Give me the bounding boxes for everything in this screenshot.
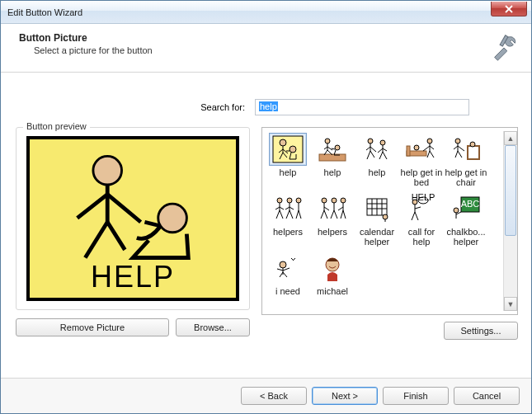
scroll-up-icon[interactable]: ▲: [504, 131, 517, 145]
tools-icon: [488, 32, 520, 64]
picture-item[interactable]: help: [266, 133, 309, 187]
svg-point-22: [332, 198, 337, 203]
picture-caption: helpers: [318, 227, 347, 237]
picture-item[interactable]: calendar helper: [355, 192, 398, 247]
picture-thumb-icon: [447, 133, 485, 166]
picture-thumb-icon: [358, 192, 396, 225]
svg-point-9: [368, 139, 373, 143]
browse-button[interactable]: Browse...: [176, 318, 250, 336]
picture-thumb-icon: [269, 133, 307, 166]
picture-caption: call for help: [400, 227, 443, 247]
picture-thumb-icon: [313, 133, 351, 166]
scroll-thumb[interactable]: [505, 145, 516, 236]
svg-point-23: [341, 198, 346, 203]
picture-caption: help get in chair: [445, 167, 487, 187]
picture-thumb-icon: [269, 192, 307, 225]
picture-thumb-icon: HELP: [403, 192, 440, 225]
svg-point-2: [158, 204, 187, 233]
picture-item[interactable]: i need: [266, 252, 309, 296]
svg-point-25: [383, 214, 388, 219]
preview-group: Button preview HELP: [16, 127, 250, 310]
picture-item[interactable]: help get in bed: [400, 133, 443, 187]
svg-point-13: [427, 139, 432, 143]
picture-caption: help: [280, 167, 297, 177]
preview-legend: Button preview: [23, 121, 90, 131]
picture-item[interactable]: help: [355, 133, 398, 187]
wizard-header: Button Picture Select a picture for the …: [1, 24, 531, 73]
finish-button[interactable]: Finish: [383, 387, 449, 405]
picture-thumb-icon: ABC: [447, 192, 485, 225]
picture-item[interactable]: ABCchalkbo... helper: [445, 192, 487, 247]
help-illustration-icon: [30, 144, 236, 268]
svg-point-31: [280, 261, 286, 268]
picture-item[interactable]: help get in chair: [445, 133, 487, 187]
button-preview: HELP: [26, 136, 239, 301]
svg-rect-6: [319, 154, 346, 161]
titlebar[interactable]: Edit Button Wizard: [1, 1, 531, 24]
picture-item[interactable]: HELPcall for help: [400, 192, 443, 247]
svg-text:ABC: ABC: [461, 199, 480, 209]
svg-point-14: [414, 145, 419, 150]
picture-caption: calendar helper: [355, 227, 398, 247]
picture-thumb-icon: [269, 252, 307, 285]
picture-caption: michael: [317, 286, 348, 296]
back-button[interactable]: < Back: [241, 387, 307, 405]
svg-point-16: [455, 139, 460, 143]
cancel-button[interactable]: Cancel: [454, 387, 520, 405]
svg-point-30: [454, 208, 459, 213]
search-label: Search for:: [181, 102, 255, 112]
svg-point-20: [296, 198, 301, 203]
header-subtitle: Select a picture for the button: [34, 45, 488, 55]
window-title: Edit Button Wizard: [7, 7, 82, 17]
picture-caption: i need: [275, 286, 300, 296]
picture-caption: helpers: [273, 227, 303, 237]
remove-picture-button[interactable]: Remove Picture: [16, 318, 169, 336]
picture-caption: help get in bed: [400, 167, 443, 187]
picture-grid: helphelphelphelp get in bedhelp get in c…: [261, 127, 518, 315]
picture-caption: chalkbo... helper: [445, 227, 487, 247]
header-title: Button Picture: [19, 32, 488, 44]
next-button[interactable]: Next >: [312, 387, 378, 405]
grid-scrollbar[interactable]: ▲ ▼: [503, 131, 517, 311]
svg-point-19: [287, 198, 292, 203]
picture-item[interactable]: help: [311, 133, 354, 187]
svg-point-4: [280, 139, 286, 146]
picture-thumb-icon: [358, 133, 396, 166]
svg-point-7: [325, 139, 330, 143]
svg-point-10: [380, 140, 385, 145]
svg-rect-3: [273, 136, 303, 162]
svg-point-17: [470, 142, 475, 147]
svg-point-18: [277, 198, 282, 203]
close-button[interactable]: [491, 2, 527, 16]
svg-point-21: [322, 198, 327, 203]
svg-point-8: [335, 145, 340, 150]
svg-text:HELP: HELP: [412, 194, 435, 202]
svg-rect-12: [407, 146, 410, 156]
close-icon: [505, 5, 513, 13]
picture-caption: help: [324, 167, 341, 177]
dialog-window: Edit Button Wizard Button Picture Select…: [0, 0, 532, 414]
settings-button[interactable]: Settings...: [444, 322, 518, 340]
picture-thumb-icon: [403, 133, 440, 166]
wizard-footer: < Back Next > Finish Cancel: [1, 378, 531, 413]
picture-thumb-icon: [313, 192, 351, 225]
svg-point-5: [290, 146, 296, 153]
svg-point-1: [93, 156, 122, 185]
picture-item[interactable]: helpers: [266, 192, 309, 247]
search-input[interactable]: help: [255, 99, 469, 115]
picture-item[interactable]: helpers: [311, 192, 354, 247]
svg-rect-15: [468, 146, 479, 159]
picture-item[interactable]: michael: [311, 252, 354, 296]
picture-thumb-icon: [313, 252, 351, 285]
picture-caption: help: [369, 167, 386, 177]
scroll-down-icon[interactable]: ▼: [504, 297, 517, 311]
